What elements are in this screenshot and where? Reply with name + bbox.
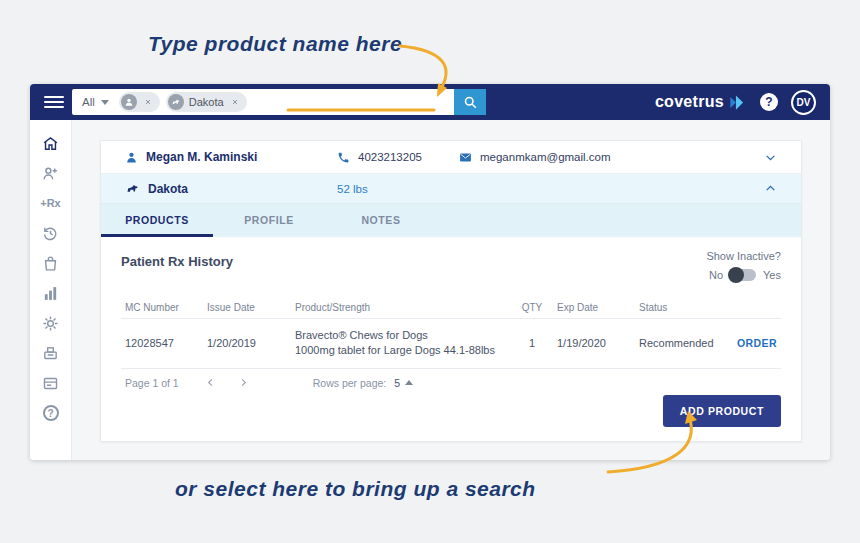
toggle-no-label: No: [709, 269, 723, 281]
client-email: meganmkam@gmail.com: [480, 151, 611, 163]
tab-products[interactable]: PRODUCTS: [101, 204, 213, 237]
col-qty: QTY: [515, 302, 549, 313]
show-inactive-block: Show Inactive? No Yes: [706, 250, 781, 281]
rx-history-panel: Patient Rx History Show Inactive? No Yes: [101, 237, 801, 441]
rx-history-table: MC Number Issue Date Product/Strength QT…: [121, 297, 781, 369]
close-icon[interactable]: [142, 96, 154, 108]
table-row: 12028547 1/20/2019 Bravecto® Chews for D…: [121, 319, 781, 369]
client-search-chip[interactable]: [119, 92, 160, 112]
rows-per-page-label: Rows per page:: [313, 377, 387, 389]
client-name-group: Megan M. Kaminski: [125, 150, 337, 164]
cell-issue-date: 1/20/2019: [207, 337, 287, 349]
cell-exp-date: 1/19/2020: [557, 337, 631, 349]
sidebar-item-help[interactable]: ?: [42, 404, 60, 422]
history-icon: [42, 225, 59, 242]
col-exp-date: Exp Date: [557, 302, 631, 313]
show-inactive-label: Show Inactive?: [706, 250, 781, 262]
gear-icon: [42, 315, 59, 332]
patient-name: Dakota: [148, 182, 188, 196]
sidebar-item-settings[interactable]: [42, 314, 60, 332]
toggle-yes-label: Yes: [763, 269, 781, 281]
top-navbar: All Dakota: [30, 84, 830, 120]
cell-product: Bravecto® Chews for Dogs 1000mg tablet f…: [295, 328, 507, 359]
cell-qty: 1: [515, 337, 549, 349]
client-avatar-icon: [121, 94, 137, 110]
sidebar-item-panel[interactable]: [42, 374, 60, 392]
chevron-down-icon: [101, 100, 109, 105]
table-header-row: MC Number Issue Date Product/Strength QT…: [121, 297, 781, 319]
home-icon: [42, 135, 59, 152]
patient-weight: 52 lbs: [337, 183, 368, 195]
patient-name-group: Dakota: [125, 181, 337, 196]
next-page-icon[interactable]: [238, 377, 249, 388]
question-icon: ?: [43, 405, 59, 421]
add-client-icon: [42, 165, 59, 182]
order-link[interactable]: ORDER: [737, 337, 777, 349]
tab-profile[interactable]: PROFILE: [213, 204, 325, 237]
sidebar-item-printer[interactable]: [42, 344, 60, 362]
table-panel-icon: [42, 375, 59, 392]
left-sidebar: +Rx: [30, 120, 72, 460]
covetrus-mark-icon: [728, 93, 747, 112]
patient-card: Megan M. Kaminski 4023213205: [100, 140, 802, 442]
bar-chart-icon: [42, 285, 59, 302]
search-button[interactable]: [454, 89, 486, 115]
brand-logo: covetrus: [655, 93, 747, 112]
navbar-right: covetrus ? DV: [655, 90, 816, 115]
sidebar-item-add-client[interactable]: [42, 164, 60, 182]
rx-history-title: Patient Rx History: [121, 250, 233, 269]
main-content: Megan M. Kaminski 4023213205: [72, 120, 830, 460]
patient-chip-label: Dakota: [189, 96, 224, 108]
sidebar-item-home[interactable]: [42, 134, 60, 152]
tab-notes[interactable]: NOTES: [325, 204, 437, 237]
rows-per-page-select[interactable]: 5: [394, 377, 413, 389]
add-product-button[interactable]: ADD PRODUCT: [663, 395, 781, 427]
sidebar-item-shop[interactable]: [42, 254, 60, 272]
toggle-knob: [728, 267, 744, 283]
client-phone: 4023213205: [358, 151, 422, 163]
phone-icon: [337, 151, 350, 164]
patient-search-chip[interactable]: Dakota: [166, 92, 247, 112]
hamburger-menu-icon[interactable]: [44, 96, 64, 108]
person-icon: [125, 151, 138, 164]
patient-tabs: PRODUCTS PROFILE NOTES: [101, 204, 801, 237]
rx-icon: +Rx: [40, 197, 61, 209]
dog-icon: [168, 94, 184, 110]
product-strength: 1000mg tablet for Large Dogs 44.1-88lbs: [295, 343, 507, 358]
help-icon[interactable]: ?: [760, 93, 778, 111]
envelope-icon: [459, 151, 472, 164]
sidebar-item-history[interactable]: [42, 224, 60, 242]
page-label: Page 1 of 1: [125, 377, 179, 389]
annotation-bottom: or select here to bring up a search: [175, 477, 536, 501]
col-product-strength: Product/Strength: [295, 302, 507, 313]
col-issue-date: Issue Date: [207, 302, 287, 313]
cell-mc-number: 12028547: [125, 337, 199, 349]
rows-per-page-value: 5: [394, 377, 400, 389]
search-filter-dropdown[interactable]: All: [72, 96, 119, 108]
cell-status: Recommended: [639, 337, 729, 349]
pagination-bar: Page 1 of 1 Rows per page: 5: [121, 369, 781, 393]
search-filter-label: All: [82, 96, 95, 108]
client-summary-row: Megan M. Kaminski 4023213205: [101, 141, 801, 174]
chevron-up-icon[interactable]: [764, 182, 777, 195]
sidebar-item-reports[interactable]: [42, 284, 60, 302]
dog-icon: [125, 181, 140, 196]
prev-page-icon[interactable]: [205, 377, 216, 388]
patient-summary-row: Dakota 52 lbs: [101, 174, 801, 204]
show-inactive-toggle[interactable]: [730, 269, 756, 281]
global-search-bar[interactable]: All Dakota: [72, 89, 454, 115]
app-window: All Dakota: [30, 84, 830, 460]
close-icon[interactable]: [229, 96, 241, 108]
sidebar-item-prescriptions[interactable]: +Rx: [42, 194, 60, 212]
product-name: Bravecto® Chews for Dogs: [295, 328, 507, 343]
client-name: Megan M. Kaminski: [146, 150, 257, 164]
annotation-top: Type product name here: [148, 32, 402, 56]
client-email-group: meganmkam@gmail.com: [459, 151, 764, 164]
caret-up-icon: [405, 380, 413, 385]
shopping-bag-icon: [42, 255, 59, 272]
user-avatar[interactable]: DV: [791, 90, 816, 115]
chevron-down-icon[interactable]: [764, 151, 777, 164]
col-mc-number: MC Number: [125, 302, 199, 313]
client-phone-group: 4023213205: [337, 151, 459, 164]
printer-icon: [42, 345, 59, 362]
